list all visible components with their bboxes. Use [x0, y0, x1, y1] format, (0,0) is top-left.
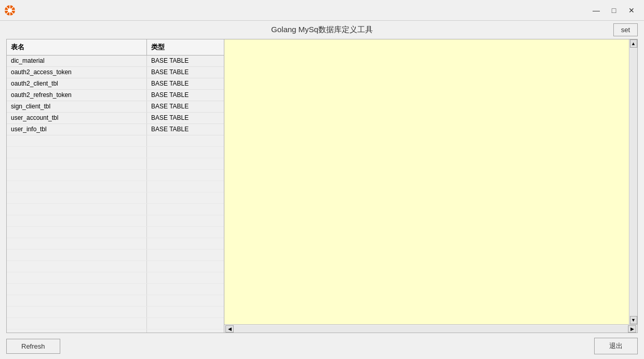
- col-header-type: 类型: [147, 39, 224, 55]
- empty-row: [7, 284, 224, 295]
- empty-row: [7, 181, 224, 192]
- cell-type: BASE TABLE: [147, 101, 224, 112]
- right-panel: ▲ ▼ ◀ ▶: [224, 39, 638, 333]
- cell-type: BASE TABLE: [147, 56, 224, 66]
- minimize-button[interactable]: —: [588, 3, 605, 18]
- scroll-down-arrow[interactable]: ▼: [630, 316, 637, 324]
- bottom-bar: Refresh 退出: [0, 333, 644, 359]
- empty-row: [7, 250, 224, 261]
- empty-row: [7, 227, 224, 238]
- table-row[interactable]: oauth2_client_tblBASE TABLE: [7, 78, 224, 90]
- scroll-track-h: [234, 325, 627, 333]
- cell-type: BASE TABLE: [147, 113, 224, 123]
- empty-row: [7, 135, 224, 147]
- empty-row: [7, 158, 224, 170]
- cell-name: user_account_tbl: [7, 113, 147, 123]
- cell-name: sign_client_tbl: [7, 101, 147, 112]
- table-row[interactable]: oauth2_access_tokenBASE TABLE: [7, 67, 224, 78]
- table-header: 表名 类型: [7, 39, 224, 56]
- table-row[interactable]: dic_materialBASE TABLE: [7, 56, 224, 67]
- scrollbar-h: ◀ ▶: [224, 324, 637, 333]
- empty-row: [7, 192, 224, 204]
- top-bar: Golang MySq数据库定义工具 set: [0, 21, 644, 39]
- refresh-button[interactable]: Refresh: [6, 339, 60, 354]
- cell-type: BASE TABLE: [147, 90, 224, 101]
- empty-row: [7, 238, 224, 250]
- empty-row: [7, 261, 224, 272]
- table-body[interactable]: dic_materialBASE TABLEoauth2_access_toke…: [7, 56, 224, 333]
- cell-name: user_info_tbl: [7, 124, 147, 135]
- app-icon: [4, 5, 16, 16]
- cell-name: oauth2_access_token: [7, 67, 147, 78]
- empty-row: [7, 329, 224, 333]
- close-button[interactable]: ✕: [623, 3, 640, 18]
- empty-row: [7, 295, 224, 307]
- table-row[interactable]: user_info_tblBASE TABLE: [7, 124, 224, 135]
- title-bar-left: [4, 5, 16, 16]
- scroll-v: ▲ ▼: [629, 39, 637, 324]
- empty-row: [7, 318, 224, 329]
- app-title: Golang MySq数据库定义工具: [271, 25, 373, 35]
- table-row[interactable]: oauth2_refresh_tokenBASE TABLE: [7, 90, 224, 101]
- set-button[interactable]: set: [613, 23, 638, 36]
- main-content: Golang MySq数据库定义工具 set 表名 类型 dic_materia…: [0, 21, 644, 359]
- empty-row: [7, 170, 224, 181]
- scroll-track-v: [630, 48, 637, 315]
- empty-row: [7, 215, 224, 227]
- cell-name: oauth2_refresh_token: [7, 90, 147, 101]
- panels: 表名 类型 dic_materialBASE TABLEoauth2_acces…: [0, 39, 644, 333]
- scroll-left-arrow[interactable]: ◀: [225, 325, 234, 333]
- maximize-button[interactable]: □: [606, 3, 622, 18]
- cell-name: dic_material: [7, 56, 147, 66]
- table-row[interactable]: sign_client_tblBASE TABLE: [7, 101, 224, 113]
- title-bar: — □ ✕: [0, 0, 644, 21]
- right-panel-inner: ▲ ▼: [224, 39, 637, 324]
- empty-row: [7, 204, 224, 215]
- left-panel: 表名 类型 dic_materialBASE TABLEoauth2_acces…: [6, 39, 224, 333]
- scroll-up-arrow[interactable]: ▲: [630, 39, 637, 48]
- empty-row: [7, 307, 224, 318]
- cell-type: BASE TABLE: [147, 124, 224, 135]
- title-bar-controls: — □ ✕: [588, 3, 640, 18]
- cell-type: BASE TABLE: [147, 78, 224, 89]
- scroll-right-arrow[interactable]: ▶: [628, 325, 636, 333]
- cell-type: BASE TABLE: [147, 67, 224, 78]
- empty-row: [7, 272, 224, 284]
- empty-row: [7, 147, 224, 158]
- cell-name: oauth2_client_tbl: [7, 78, 147, 89]
- table-row[interactable]: user_account_tblBASE TABLE: [7, 113, 224, 124]
- col-header-name: 表名: [7, 39, 147, 55]
- code-area[interactable]: [224, 39, 629, 324]
- quit-button[interactable]: 退出: [594, 338, 638, 354]
